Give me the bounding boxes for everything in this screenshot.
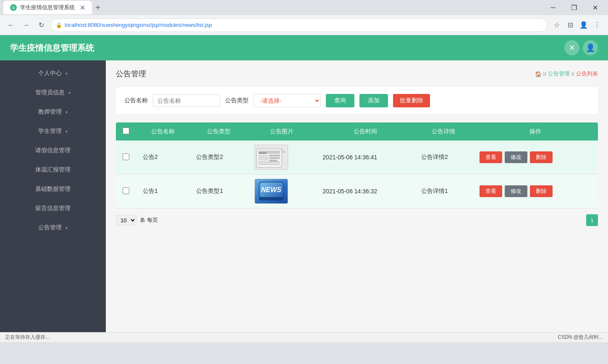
- restore-button[interactable]: ❒: [564, 1, 584, 14]
- browser-toolbar: ☆ ⊟ 👤 ⋮: [551, 19, 603, 31]
- table-row: 公告2 公告类型2: [116, 140, 598, 174]
- news-image-2: NEWS: [254, 179, 288, 204]
- cell-image: NEWS: [248, 174, 316, 208]
- forward-button[interactable]: →: [20, 19, 32, 31]
- active-tab[interactable]: ◎ 学生疫情信息管理系统 ✕: [3, 1, 92, 14]
- address-bar: ← → ↻ 🔒 localhost:8080/xueshengyiqingxin…: [0, 15, 608, 35]
- close-window-button[interactable]: ✕: [585, 1, 605, 14]
- col-detail: 公告详情: [414, 122, 473, 140]
- blue-news-svg: NEWS: [256, 179, 287, 203]
- header-close-button[interactable]: ✕: [564, 40, 579, 55]
- cell-detail: 公告详情2: [414, 140, 473, 174]
- col-image: 公告图片: [248, 122, 316, 140]
- cell-type: 公告类型2: [189, 140, 248, 174]
- svg-rect-12: [259, 197, 283, 200]
- sidebar-item-message[interactable]: 留言信息管理: [0, 199, 106, 218]
- row-checkbox[interactable]: [123, 153, 129, 160]
- per-page-select[interactable]: 10 20 50: [116, 215, 136, 226]
- sidebar-item-leave[interactable]: 请假信息管理: [0, 141, 106, 160]
- app-header: 学生疫情信息管理系统 ✕ 👤: [0, 35, 608, 60]
- pagination-pages: 1: [586, 214, 598, 226]
- table-body: 公告2 公告类型2: [116, 140, 598, 208]
- status-text-left: 正在等待存入缓存...: [5, 334, 50, 341]
- edit-button[interactable]: 修改: [505, 151, 527, 163]
- main-layout: 个人中心 ▾ 管理员信息 ▾ 教师管理 ▾ 学生管理 ▾ 请假信息管理 体温汇报…: [0, 60, 608, 332]
- status-text-right: CSDN @曾几何时...: [558, 334, 603, 341]
- chevron-down-icon: ▾: [66, 129, 68, 134]
- per-page-label: 条 每页: [140, 216, 158, 224]
- svg-text:NEWS: NEWS: [261, 186, 281, 193]
- add-button[interactable]: 添加: [359, 94, 388, 107]
- sidebar-item-announcement[interactable]: 公告管理 ▾: [0, 218, 106, 237]
- col-type: 公告类型: [189, 122, 248, 140]
- news-image-1: NEWS: [254, 145, 288, 170]
- sidebar-item-personal[interactable]: 个人中心 ▾: [0, 64, 106, 83]
- table-container: 公告名称 公告类型 公告图片 公告时间 公告详情 操作: [116, 122, 598, 208]
- bookmark-button[interactable]: ☆: [551, 19, 563, 31]
- delete-button[interactable]: 删除: [530, 151, 553, 163]
- cell-name: 公告2: [136, 140, 189, 174]
- new-tab-button[interactable]: +: [92, 2, 104, 13]
- table-row: 公告1 公告类型1: [116, 174, 598, 208]
- search-type-select[interactable]: -请选择- 公告类型1 公告类型2: [254, 94, 321, 107]
- back-button[interactable]: ←: [5, 19, 17, 31]
- menu-button[interactable]: ⋮: [591, 19, 603, 31]
- sidebar-item-teacher[interactable]: 教师管理 ▾: [0, 102, 106, 122]
- row-checkbox-cell: [116, 174, 136, 208]
- breadcrumb-sep-2: II: [571, 71, 574, 77]
- svg-rect-5: [269, 160, 278, 161]
- chevron-down-icon: ▾: [66, 110, 68, 114]
- col-time: 公告时间: [316, 122, 414, 140]
- breadcrumb-home-icon[interactable]: 🏠: [535, 71, 542, 77]
- sidebar: 个人中心 ▾ 管理员信息 ▾ 教师管理 ▾ 学生管理 ▾ 请假信息管理 体温汇报…: [0, 60, 106, 332]
- search-type-label: 公告类型: [225, 97, 249, 104]
- cell-time: 2021-05-06 14:36:41: [316, 140, 414, 174]
- breadcrumb: 🏠 II 公告管理 II 公告列表: [535, 70, 598, 78]
- batch-delete-button[interactable]: 批量删除: [393, 94, 430, 107]
- header-row: 公告名称 公告类型 公告图片 公告时间 公告详情 操作: [116, 122, 598, 140]
- cell-type: 公告类型1: [189, 174, 248, 208]
- minimize-button[interactable]: ─: [543, 1, 563, 14]
- view-button[interactable]: 查看: [480, 185, 502, 197]
- search-name-input[interactable]: [153, 94, 220, 107]
- delete-button[interactable]: 删除: [530, 185, 553, 197]
- tab-title: 学生疫情信息管理系统: [20, 4, 75, 11]
- status-bar: 正在等待存入缓存... CSDN @曾几何时...: [0, 332, 608, 342]
- newspaper-svg: NEWS: [256, 146, 287, 169]
- row-checkbox[interactable]: [123, 187, 129, 194]
- chevron-down-icon: ▾: [66, 226, 68, 230]
- pagination-bar: 10 20 50 条 每页 1: [116, 214, 598, 226]
- cell-image: NEWS: [248, 140, 316, 174]
- profile-button[interactable]: 👤: [578, 19, 590, 31]
- header-checkbox[interactable]: [123, 127, 129, 134]
- search-bar: 公告名称 公告类型 -请选择- 公告类型1 公告类型2 查询 添加 批量删除: [116, 87, 598, 114]
- svg-rect-3: [269, 155, 280, 156]
- tab-close-button[interactable]: ✕: [80, 4, 85, 12]
- header-checkbox-cell: [116, 122, 136, 140]
- cell-actions: 查看 修改 删除: [473, 140, 598, 174]
- reload-button[interactable]: ↻: [35, 19, 47, 31]
- cast-button[interactable]: ⊟: [564, 19, 576, 31]
- header-user-button[interactable]: 👤: [583, 40, 598, 55]
- header-actions: ✕ 👤: [564, 40, 598, 55]
- url-bar[interactable]: 🔒 localhost:8080/xueshengyiqingxinxi/jsp…: [50, 18, 548, 32]
- sidebar-item-student[interactable]: 学生管理 ▾: [0, 122, 106, 141]
- lock-icon: 🔒: [56, 22, 62, 28]
- sidebar-item-admin[interactable]: 管理员信息 ▾: [0, 83, 106, 102]
- page-button-1[interactable]: 1: [586, 214, 598, 226]
- view-button[interactable]: 查看: [480, 151, 502, 163]
- svg-text:NEWS: NEWS: [259, 152, 267, 154]
- query-button[interactable]: 查询: [326, 94, 354, 107]
- app-container: 学生疫情信息管理系统 ✕ 👤 个人中心 ▾ 管理员信息 ▾ 教师管理 ▾: [0, 35, 608, 332]
- action-buttons: 查看 修改 删除: [480, 151, 591, 163]
- search-name-label: 公告名称: [124, 97, 148, 104]
- window-controls: ─ ❒ ✕: [543, 1, 605, 14]
- cell-name: 公告1: [136, 174, 189, 208]
- edit-button[interactable]: 修改: [505, 185, 527, 197]
- svg-rect-6: [258, 161, 280, 163]
- sidebar-item-basic-data[interactable]: 基础数据管理: [0, 179, 106, 199]
- page-title: 公告管理: [116, 69, 146, 79]
- col-actions: 操作: [473, 122, 598, 140]
- sidebar-item-temperature[interactable]: 体温汇报管理: [0, 160, 106, 179]
- breadcrumb-announcement-link[interactable]: 公告管理: [548, 70, 570, 78]
